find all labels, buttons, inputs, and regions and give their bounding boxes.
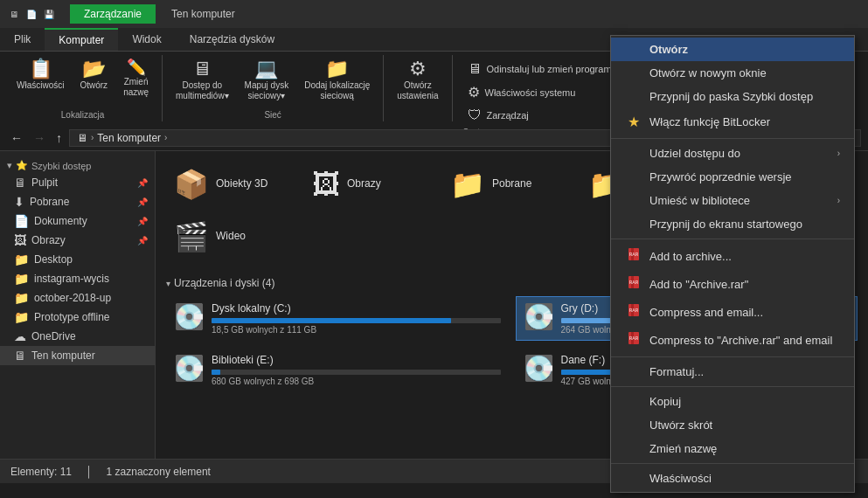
pin-icon-pulpit: 📌 — [137, 178, 148, 188]
computer-icon: 🖥 — [77, 132, 87, 144]
ribbon-group-siec: 🖥 Dostęp domultimediów▾ 💻 Mapuj dysksiec… — [166, 55, 384, 121]
manage-icon: 🛡 — [468, 107, 482, 123]
ctx-item-7[interactable]: Przypnij do ekranu startowego — [611, 212, 854, 236]
ctx-label-0: Otwórz — [649, 43, 840, 56]
star-icon: ⭐ — [16, 160, 28, 171]
folder-item-obiekty3d[interactable]: 📦 Obiekty 3D — [166, 162, 297, 207]
title-tab-zarzadzanie[interactable]: Zarządzanie — [70, 4, 156, 24]
siec-buttons: 🖥 Dostęp domultimediów▾ 💻 Mapuj dysksiec… — [170, 57, 376, 108]
btn-ustawienia-label: Otwórzustawienia — [397, 80, 438, 101]
forward-button[interactable]: → — [30, 131, 49, 145]
btn-odinstaluj-label: Odinstaluj lub zmień program — [487, 64, 612, 74]
btn-wlasciwosci[interactable]: 📋 Właściwości — [10, 57, 70, 93]
ctx-item-1[interactable]: Otwórz w nowym oknie — [611, 61, 854, 85]
ctx-item-5[interactable]: Przywróć poprzednie wersje — [611, 165, 854, 189]
ctx-label-3: Włącz funkcję BitLocker — [649, 115, 840, 128]
btn-ustawienia[interactable]: ⚙ Otwórzustawienia — [391, 57, 444, 104]
drive-icon-c: 💽 — [174, 302, 205, 331]
ctx-label-4: Udziel dostępu do — [649, 147, 830, 160]
drive-item-c[interactable]: 💽 Dysk lokalny (C:) 18,5 GB wolnych z 11… — [166, 296, 509, 341]
drive-bar-bg-e — [212, 370, 501, 375]
drive-item-e[interactable]: 💽 Biblioteki (E:) 680 GB wolnych z 698 G… — [166, 348, 509, 392]
ctx-label-10: Compress and email... — [649, 306, 840, 319]
pin-icon-pobrane: 📌 — [137, 197, 148, 207]
drives-header-label: Urządzenia i dyski (4) — [174, 277, 274, 289]
svg-text:RAR: RAR — [629, 252, 639, 257]
sidebar-item-prototype[interactable]: 📁 Prototype offline — [0, 308, 155, 327]
ctx-item-14[interactable]: Utwórz skrót — [611, 413, 854, 437]
folder-item-wideo[interactable]: 🎬 Wideo — [166, 214, 297, 259]
sidebar-item-instagram[interactable]: 📁 instagram-wycis — [0, 269, 155, 288]
btn-zmien[interactable]: ✏️ Zmieńnazwę — [117, 57, 155, 100]
btn-mapuj[interactable]: 💻 Mapuj dysksieciowy▾ — [239, 57, 295, 104]
back-button[interactable]: ← — [7, 131, 26, 145]
ctx-item-11[interactable]: RARCompress to "Archive.rar" and email — [611, 326, 854, 354]
sidebar-item-tenkomputer[interactable]: 🖥 Ten komputer — [0, 346, 155, 365]
drive-info-e: Biblioteki (E:) 680 GB wolnych z 698 GB — [212, 354, 501, 386]
folder-item-pobrane[interactable]: 📁 Pobrane — [442, 162, 573, 207]
sidebar-item-pobrane[interactable]: ⬇ Pobrane 📌 — [0, 192, 155, 211]
folder-icon-instagram: 📁 — [14, 272, 29, 286]
ctx-icon-10: RAR — [625, 303, 642, 321]
sidebar-item-pulpit[interactable]: 🖥 Pulpit 📌 — [0, 173, 155, 192]
sidebar-label-tenkomputer: Ten komputer — [31, 349, 148, 362]
ctx-item-6[interactable]: Umieść w bibliotece› — [611, 189, 854, 212]
sidebar-item-obrazy[interactable]: 🖼 Obrazy 📌 — [0, 231, 155, 250]
ctx-item-16[interactable]: Właściwości — [611, 467, 854, 490]
svg-text:RAR: RAR — [629, 335, 639, 341]
address-arrow-2: › — [164, 133, 167, 142]
ctx-item-4[interactable]: Udziel dostępu do› — [611, 142, 854, 165]
tab-narzedzia[interactable]: Narzędzia dysków — [176, 28, 288, 51]
btn-dodaj[interactable]: 📁 Dodaj lokalizacjęsieciową — [298, 57, 376, 104]
sidebar-group-quick[interactable]: ▾ ⭐ Szybki dostęp — [0, 155, 155, 173]
sidebar-item-october[interactable]: 📁 october-2018-up — [0, 288, 155, 308]
tab-widok[interactable]: Widok — [118, 28, 175, 51]
sidebar-item-dokumenty[interactable]: 📄 Dokumenty 📌 — [0, 211, 155, 231]
folder-icon-obrazy-files: 🖼 — [312, 169, 340, 201]
ctx-label-5: Przywróć poprzednie wersje — [649, 170, 840, 183]
tab-komputer[interactable]: Komputer — [45, 28, 118, 51]
ctx-icon-8: RAR — [625, 247, 642, 265]
drive-icon-d: 💽 — [524, 302, 554, 331]
ctx-arrow-4: › — [837, 149, 840, 158]
btn-dostep[interactable]: 🖥 Dostęp domultimediów▾ — [170, 57, 235, 104]
ctx-item-8[interactable]: RARAdd to archive... — [611, 242, 854, 270]
ctx-label-13: Kopiuj — [649, 395, 840, 408]
sidebar-item-desktop[interactable]: 📁 Desktop — [0, 250, 155, 269]
ctx-item-3[interactable]: ★Włącz funkcję BitLocker — [611, 108, 854, 135]
drive-info-c: Dysk lokalny (C:) 18,5 GB wolnych z 111 … — [212, 302, 501, 335]
title-tab-ten-komputer[interactable]: Ten komputer — [157, 4, 249, 24]
drive-icon-e: 💽 — [174, 354, 205, 383]
sidebar-item-onedrive[interactable]: ☁ OneDrive — [0, 327, 155, 346]
ctx-arrow-6: › — [837, 196, 840, 205]
folder-item-obrazy[interactable]: 🖼 Obrazy — [304, 162, 435, 207]
ctx-item-10[interactable]: RARCompress and email... — [611, 298, 854, 326]
cloud-icon: ☁ — [14, 329, 26, 343]
btn-wlasciwosci-systemu-label: Właściwości systemu — [485, 87, 576, 98]
ctx-item-2[interactable]: Przypnij do paska Szybki dostęp — [611, 85, 854, 108]
btn-wlasciwosci-label: Właściwości — [17, 80, 64, 91]
ctx-item-13[interactable]: Kopiuj — [611, 390, 854, 413]
btn-dostep-label: Dostęp domultimediów▾ — [176, 80, 229, 101]
floppy-icon: 💾 — [42, 7, 56, 21]
add-location-icon: 📁 — [325, 59, 349, 79]
settings-icon: ⚙ — [409, 59, 427, 79]
ctx-item-12[interactable]: Formatuj... — [611, 360, 854, 384]
sidebar-label-onedrive: OneDrive — [31, 330, 148, 342]
desktop-icon: 🖥 — [14, 176, 26, 190]
ctx-item-15[interactable]: Zmień nazwę — [611, 437, 854, 460]
ctx-item-0[interactable]: Otwórz — [611, 38, 854, 61]
sidebar-label-prototype: Prototype offline — [34, 311, 148, 323]
properties-icon: 📋 — [29, 59, 52, 79]
ctx-separator-12 — [611, 386, 854, 387]
lokalizacja-buttons: 📋 Właściwości 📂 Otwórz ✏️ Zmieńnazwę — [10, 57, 155, 108]
ctx-icon-11: RAR — [625, 331, 642, 349]
folder-icon-pobrane-files: 📁 — [450, 168, 485, 201]
quick-arrow: ▾ — [7, 160, 12, 171]
btn-otworz[interactable]: 📂 Otwórz — [73, 57, 114, 93]
tab-plik[interactable]: Plik — [0, 28, 45, 51]
ctx-label-15: Zmień nazwę — [649, 442, 840, 455]
up-button[interactable]: ↑ — [52, 131, 66, 145]
sys-props-icon: ⚙ — [468, 84, 480, 100]
ctx-item-9[interactable]: RARAdd to "Archive.rar" — [611, 270, 854, 298]
